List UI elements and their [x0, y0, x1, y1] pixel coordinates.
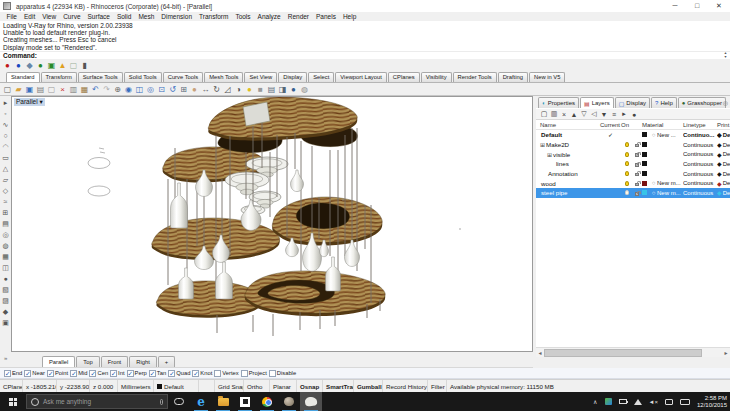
- edge-icon[interactable]: e: [190, 392, 212, 411]
- layer-material-circle-icon[interactable]: ○: [650, 132, 657, 138]
- chrome-icon[interactable]: [256, 392, 278, 411]
- osnap-option[interactable]: ✓ End: [4, 370, 22, 377]
- osnap-option[interactable]: ✓ Knot: [192, 370, 212, 377]
- layer-on-bulb-icon[interactable]: [625, 171, 629, 176]
- cortana-search[interactable]: Ask me anything: [26, 394, 168, 409]
- properties-icon[interactable]: ◨: [277, 84, 288, 95]
- layer-linetype[interactable]: Continuous: [683, 171, 717, 177]
- volume-muted-icon[interactable]: ◄×: [649, 399, 658, 405]
- column-material[interactable]: Material: [642, 122, 683, 128]
- layer-linetype[interactable]: Continuous: [683, 151, 717, 157]
- layer-row[interactable]: Default ✓ ○ New ... Continuo... ◆Defa: [536, 130, 730, 140]
- scroll-right-arrow[interactable]: ▸: [722, 349, 730, 356]
- scroll-thumb[interactable]: [544, 349, 702, 357]
- toolbar-tab[interactable]: CPlanes: [388, 72, 420, 82]
- layer-linetype[interactable]: Continuous: [683, 180, 717, 186]
- delete-icon[interactable]: ×: [57, 84, 68, 95]
- toolbar-tab[interactable]: Solid Tools: [124, 72, 162, 82]
- toolbar-tab[interactable]: Surface Tools: [78, 72, 123, 82]
- toolbar-tab[interactable]: Drafting: [498, 72, 528, 82]
- file-explorer-icon[interactable]: [212, 392, 234, 411]
- menu-item[interactable]: Transform: [196, 12, 232, 21]
- status-segment[interactable]: CPlane: [0, 380, 23, 392]
- layer-print[interactable]: ◆Defa: [717, 160, 730, 167]
- layer-print[interactable]: ◆Defa: [717, 170, 730, 177]
- tab-properties[interactable]: ◐Properties: [538, 97, 579, 108]
- layer-print[interactable]: ◆Defa: [717, 180, 730, 187]
- render-queue-icon[interactable]: ▮: [79, 60, 90, 71]
- status-segment[interactable]: Grid Snap: [215, 380, 244, 392]
- boolean-icon[interactable]: ◫: [1, 262, 10, 273]
- help-layer-icon[interactable]: ●: [629, 111, 639, 118]
- layer-color-swatch[interactable]: [642, 132, 647, 137]
- osnap-checkbox[interactable]: ✓: [149, 370, 156, 377]
- start-button[interactable]: [0, 392, 26, 411]
- layer-lock-icon[interactable]: [635, 163, 639, 167]
- tools-icon[interactable]: ▸: [619, 110, 629, 118]
- toolbar-tab[interactable]: Viewport Layout: [335, 72, 386, 82]
- gimp-icon[interactable]: [278, 392, 300, 411]
- surface-icon[interactable]: ◇: [1, 185, 10, 196]
- status-segment[interactable]: Ortho: [244, 380, 270, 392]
- status-segment[interactable]: x -1805.210: [23, 380, 57, 392]
- fillet-icon[interactable]: ●: [1, 273, 10, 284]
- vptab-front[interactable]: Front: [101, 356, 129, 367]
- layer-linetype[interactable]: Continuo...: [683, 132, 717, 138]
- osnap-option[interactable]: ✓ Point: [47, 370, 68, 377]
- osnap-checkbox[interactable]: [214, 370, 221, 377]
- hatch-icon[interactable]: ▨: [1, 295, 10, 306]
- menu-item[interactable]: Render: [284, 12, 312, 21]
- status-segment[interactable]: z 0.000: [90, 380, 118, 392]
- rhino-icon[interactable]: [300, 392, 322, 411]
- hide-icon[interactable]: ●: [244, 84, 255, 95]
- select-icon[interactable]: ▸: [1, 97, 10, 108]
- status-segment[interactable]: Default: [154, 380, 199, 392]
- layer-linetype[interactable]: Continuous: [683, 142, 717, 148]
- dim-icon[interactable]: ◆: [1, 306, 10, 317]
- vptab-top[interactable]: Top: [76, 356, 99, 367]
- osnap-option[interactable]: ✓ Near: [24, 370, 45, 377]
- osnap-checkbox[interactable]: ✓: [24, 370, 31, 377]
- layer-print[interactable]: ◆Defa: [717, 141, 730, 148]
- layer-lock-icon[interactable]: [635, 173, 639, 177]
- toolbar-tab[interactable]: Visibility: [421, 72, 452, 82]
- render-mesh-icon[interactable]: ▢: [68, 60, 79, 71]
- layer-material[interactable]: New ...: [657, 132, 683, 138]
- save-file-icon[interactable]: ▣: [24, 84, 35, 95]
- render-preview-icon[interactable]: ●: [13, 60, 24, 71]
- osnap-checkbox[interactable]: [269, 370, 276, 377]
- rotate-icon[interactable]: ↻: [211, 84, 222, 95]
- status-segment[interactable]: Record History: [383, 380, 428, 392]
- toolbar-tab[interactable]: Standard: [6, 72, 40, 82]
- menu-item[interactable]: Dimension: [158, 12, 196, 21]
- osnap-checkbox[interactable]: ✓: [127, 370, 134, 377]
- column-linetype[interactable]: Linetype: [683, 122, 717, 128]
- render-in-window-icon[interactable]: ▣: [46, 60, 57, 71]
- tab-help[interactable]: ?Help: [651, 97, 677, 108]
- polygon-icon[interactable]: △: [1, 163, 10, 174]
- layer-row[interactable]: steel pipe ○ New m... Continuous ◆Defa: [536, 188, 730, 198]
- render-sphere-icon[interactable]: ●: [288, 84, 299, 95]
- osnap-option[interactable]: ✓ Cen: [89, 370, 108, 377]
- text-icon[interactable]: ▣: [1, 317, 10, 328]
- join-icon[interactable]: ▧: [1, 284, 10, 295]
- viewport-tab-overflow[interactable]: »: [4, 355, 7, 361]
- indent-icon[interactable]: ◁: [589, 110, 599, 118]
- osnap-option[interactable]: ✓ Quad: [168, 370, 190, 377]
- edit-doc-icon[interactable]: ▢: [46, 84, 57, 95]
- layer-material[interactable]: New m...: [657, 190, 683, 196]
- rectangle-icon[interactable]: ▭: [1, 152, 10, 163]
- osnap-option[interactable]: Disable: [269, 370, 296, 377]
- osnap-checkbox[interactable]: ✓: [192, 370, 199, 377]
- mesh-icon[interactable]: ▦: [1, 251, 10, 262]
- menu-item[interactable]: Help: [339, 12, 359, 21]
- layer-lock-icon[interactable]: [635, 153, 639, 157]
- layer-row[interactable]: ⊞Make2D Continuous ◆Defa: [536, 140, 730, 150]
- layer-on-bulb-icon[interactable]: [625, 142, 629, 147]
- menu-item[interactable]: File: [3, 12, 20, 21]
- lock-icon[interactable]: ■: [255, 84, 266, 95]
- pan-icon[interactable]: ⊕: [112, 84, 123, 95]
- menu-item[interactable]: Analyze: [254, 12, 284, 21]
- osnap-option[interactable]: ✓ Int: [110, 370, 124, 377]
- box-icon[interactable]: ⊞: [1, 207, 10, 218]
